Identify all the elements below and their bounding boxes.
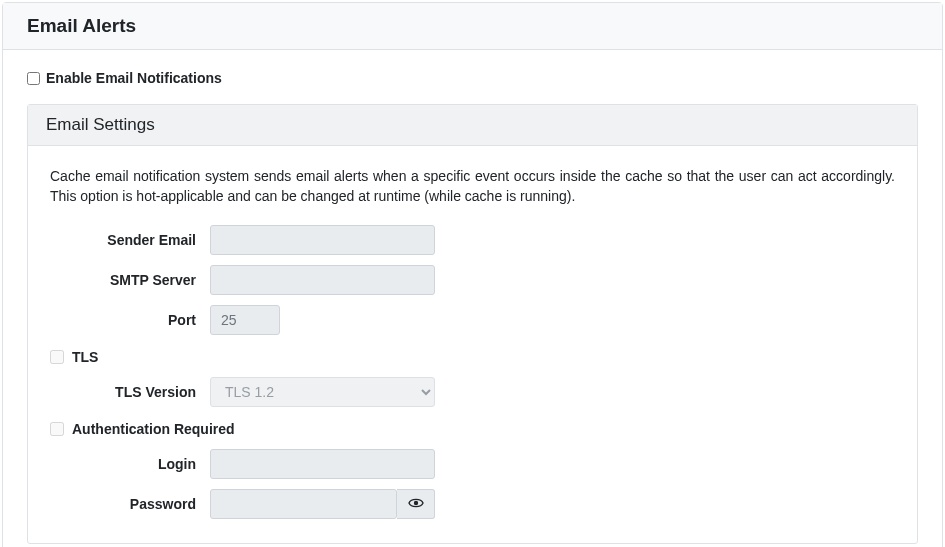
password-row: Password (50, 489, 895, 519)
smtp-server-label: SMTP Server (50, 272, 210, 288)
settings-description: Cache email notification system sends em… (50, 166, 895, 207)
port-input[interactable] (210, 305, 280, 335)
auth-required-checkbox[interactable] (50, 422, 64, 436)
sender-email-row: Sender Email (50, 225, 895, 255)
password-label: Password (50, 496, 210, 512)
auth-required-label[interactable]: Authentication Required (72, 421, 235, 437)
login-label: Login (50, 456, 210, 472)
smtp-server-row: SMTP Server (50, 265, 895, 295)
eye-icon (408, 496, 424, 512)
port-row: Port (50, 305, 895, 335)
tls-label[interactable]: TLS (72, 349, 98, 365)
enable-notifications-checkbox[interactable] (27, 72, 40, 85)
email-settings-body: Cache email notification system sends em… (28, 146, 917, 543)
toggle-password-button[interactable] (397, 489, 435, 519)
password-input[interactable] (210, 489, 397, 519)
enable-notifications-label[interactable]: Enable Email Notifications (46, 70, 222, 86)
port-label: Port (50, 312, 210, 328)
tls-version-row: TLS Version TLS 1.2 (50, 377, 895, 407)
login-row: Login (50, 449, 895, 479)
enable-notifications-row: Enable Email Notifications (27, 70, 918, 86)
auth-required-row: Authentication Required (50, 421, 895, 437)
tls-row: TLS (50, 349, 895, 365)
panel-body: Enable Email Notifications Email Setting… (3, 50, 942, 547)
tls-version-label: TLS Version (50, 384, 210, 400)
login-input[interactable] (210, 449, 435, 479)
email-alerts-panel: Email Alerts Enable Email Notifications … (2, 2, 943, 547)
svg-point-0 (413, 500, 417, 504)
panel-title: Email Alerts (3, 3, 942, 50)
email-settings-panel: Email Settings Cache email notification … (27, 104, 918, 544)
tls-version-select[interactable]: TLS 1.2 (210, 377, 435, 407)
smtp-server-input[interactable] (210, 265, 435, 295)
sender-email-input[interactable] (210, 225, 435, 255)
email-settings-title: Email Settings (28, 105, 917, 146)
tls-checkbox[interactable] (50, 350, 64, 364)
sender-email-label: Sender Email (50, 232, 210, 248)
